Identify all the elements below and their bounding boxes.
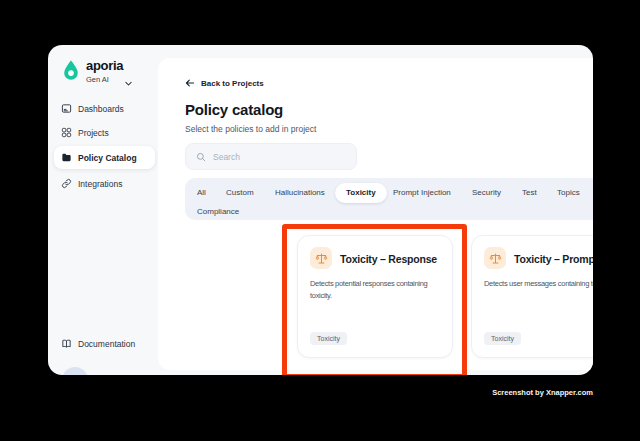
folder-icon (61, 152, 72, 163)
brand-name: aporia (86, 59, 123, 73)
sidebar-item-documentation[interactable]: Documentation (54, 332, 155, 355)
sidebar: aporia Gen AI Dashboards Projects (48, 45, 158, 375)
scales-icon (484, 247, 506, 269)
policy-card-toxicity-prompt[interactable]: Toxicity – Prompt Detects user messages … (471, 235, 593, 358)
search-bar[interactable] (185, 143, 357, 170)
filter-tab-topics[interactable]: Topics (557, 186, 580, 200)
filter-tab-test[interactable]: Test (522, 186, 537, 200)
search-icon (196, 152, 206, 162)
sidebar-item-label: Policy Catalog (78, 153, 137, 163)
policy-card-title: Toxicity – Prompt (514, 253, 593, 265)
filter-tab-hallucinations[interactable]: Hallucinations (275, 186, 325, 200)
app-window: aporia Gen AI Dashboards Projects (48, 45, 593, 375)
projects-grid-icon (61, 127, 72, 138)
filter-tab-compliance[interactable]: Compliance (197, 205, 239, 219)
page-subtitle: Select the policies to add in project (185, 124, 316, 134)
sidebar-item-label: Dashboards (78, 104, 124, 114)
watermark-text: Screenshot by Xnapper.com (492, 388, 593, 397)
sidebar-item-dashboards[interactable]: Dashboards (54, 97, 155, 120)
chevron-down-icon[interactable] (124, 79, 133, 88)
policy-card-tag: Toxicity (484, 332, 521, 345)
back-arrow-icon (185, 78, 195, 88)
filter-tab-prompt-injection[interactable]: Prompt Injection (393, 186, 451, 200)
main-content: Back to Projects Policy catalog Select t… (158, 58, 593, 370)
policy-card-description: Detects user messages containing toxicit… (484, 278, 593, 290)
workspace-switcher[interactable]: aporia Gen AI (60, 59, 123, 84)
policy-card-description: Detects potential responses containing t… (310, 278, 450, 302)
policy-card-title: Toxicity – Response (340, 253, 437, 265)
scales-icon (310, 247, 332, 269)
user-avatar[interactable] (62, 367, 88, 375)
sidebar-item-policy-catalog[interactable]: Policy Catalog (54, 146, 155, 169)
policy-card-toxicity-response[interactable]: Toxicity – Response Detects potential re… (297, 235, 453, 358)
page-title: Policy catalog (185, 101, 283, 118)
filter-tab-toxicity[interactable]: Toxicity (335, 183, 387, 203)
sidebar-item-projects[interactable]: Projects (54, 121, 155, 144)
search-input[interactable] (213, 152, 346, 162)
filter-tab-all[interactable]: All (197, 186, 206, 200)
dashboards-icon (61, 103, 72, 114)
policy-card-tag: Toxicity (310, 332, 347, 345)
back-link-label: Back to Projects (201, 79, 264, 88)
filter-tab-security[interactable]: Security (472, 186, 501, 200)
aporia-logo-icon (60, 59, 82, 81)
sidebar-item-label: Integrations (78, 179, 122, 189)
book-icon (61, 338, 72, 349)
sidebar-item-label: Documentation (78, 339, 135, 349)
workspace-name: Gen AI (86, 75, 123, 84)
back-to-projects-link[interactable]: Back to Projects (185, 78, 264, 88)
sidebar-item-label: Projects (78, 128, 109, 138)
link-icon (61, 178, 72, 189)
filter-tabs: All Custom Hallucinations Toxicity Promp… (185, 178, 593, 220)
filter-tab-custom[interactable]: Custom (226, 186, 254, 200)
sidebar-item-integrations[interactable]: Integrations (54, 172, 155, 195)
